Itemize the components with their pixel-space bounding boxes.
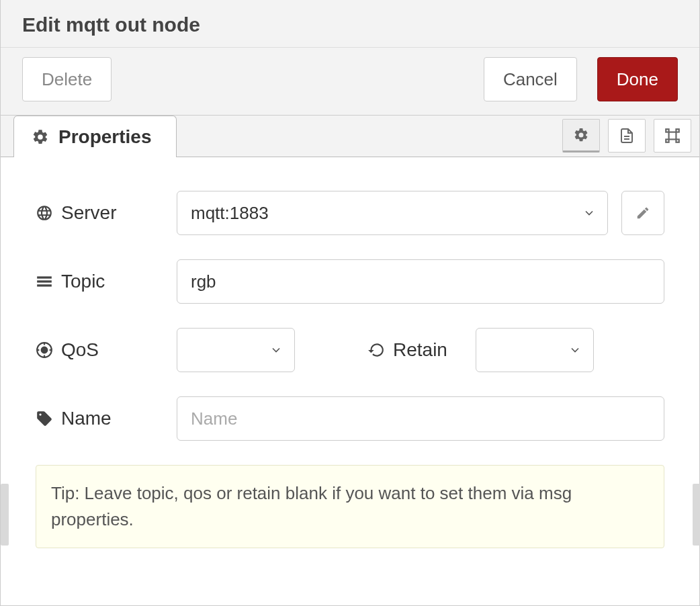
globe-icon: [36, 204, 53, 222]
svg-point-11: [42, 347, 48, 353]
cancel-button[interactable]: Cancel: [484, 57, 577, 101]
done-button[interactable]: Done: [597, 57, 678, 101]
svg-rect-6: [669, 132, 676, 140]
field-name: Name: [36, 396, 664, 441]
panel-toolbar: Delete Cancel Done: [1, 48, 699, 116]
qos-label: QoS: [61, 339, 99, 361]
tabs-row: Properties: [1, 116, 699, 157]
topic-input[interactable]: [177, 259, 664, 304]
field-qos-retain: QoS Retain: [36, 328, 664, 372]
tip-message: Tip: Leave topic, qos or retain blank if…: [36, 465, 664, 548]
svg-rect-8: [37, 280, 52, 282]
retain-select[interactable]: [476, 328, 594, 372]
scrollbar-left[interactable]: [1, 484, 9, 546]
tag-icon: [36, 410, 53, 427]
tab-icon-description[interactable]: [608, 119, 646, 153]
pencil-icon: [636, 206, 650, 220]
edit-node-panel: Edit mqtt out node Delete Cancel Done Pr…: [0, 0, 700, 606]
document-icon: [619, 128, 635, 144]
scrollbar-right[interactable]: [693, 484, 700, 546]
edit-server-button[interactable]: [621, 191, 664, 235]
retain-icon: [367, 341, 385, 359]
svg-rect-9: [37, 284, 52, 286]
appearance-icon: [664, 127, 681, 144]
qos-icon: [36, 341, 53, 359]
topic-label: Topic: [61, 271, 105, 292]
qos-select[interactable]: [177, 328, 295, 372]
gear-icon: [32, 128, 49, 146]
server-select[interactable]: mqtt:1883: [177, 191, 608, 235]
panel-title: Edit mqtt out node: [1, 0, 699, 48]
name-input[interactable]: [177, 396, 664, 441]
field-topic: Topic: [36, 259, 664, 304]
svg-rect-7: [37, 276, 52, 278]
delete-button[interactable]: Delete: [22, 57, 112, 101]
server-label: Server: [61, 202, 116, 224]
field-server: Server mqtt:1883: [36, 191, 664, 235]
tab-icon-settings[interactable]: [562, 119, 600, 153]
name-label: Name: [61, 408, 112, 429]
topic-icon: [36, 273, 53, 290]
tab-properties[interactable]: Properties: [13, 116, 177, 157]
tab-icon-appearance[interactable]: [654, 119, 691, 153]
properties-form: Server mqtt:1883: [1, 157, 699, 562]
gear-icon: [573, 127, 589, 143]
retain-label: Retain: [393, 339, 447, 361]
tab-properties-label: Properties: [58, 126, 152, 148]
